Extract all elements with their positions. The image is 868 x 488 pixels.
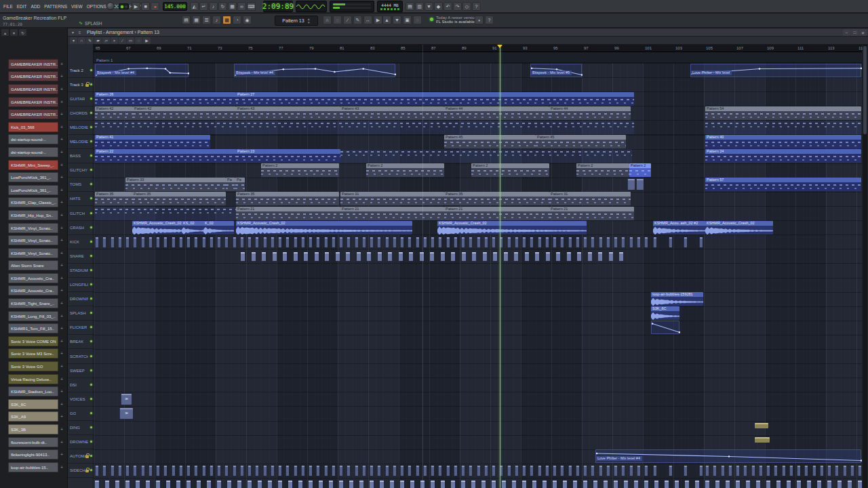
step-cell[interactable] [278, 466, 281, 476]
step-cell[interactable] [461, 237, 465, 247]
pattern-clip[interactable]: Pattern 45 [536, 135, 626, 148]
step-cell[interactable] [133, 466, 136, 476]
step-cell[interactable] [606, 466, 610, 476]
maximize-button[interactable]: □ [851, 29, 859, 36]
stop-button[interactable]: ■ [141, 2, 150, 11]
step-cell[interactable] [545, 237, 549, 247]
step-cell[interactable] [390, 481, 394, 488]
step-cell[interactable] [416, 237, 419, 247]
step-cell[interactable] [240, 466, 243, 476]
add-to-project-icon[interactable]: + [58, 59, 65, 69]
audio-clip[interactable]: S3K_6C [651, 306, 679, 320]
step-cell[interactable] [653, 237, 656, 247]
step-cell[interactable] [339, 237, 342, 247]
step-cell[interactable] [156, 481, 160, 488]
step-cell[interactable] [481, 481, 486, 488]
step-cell[interactable] [774, 466, 777, 476]
track-header-track-3[interactable]: Track 3 [68, 78, 94, 92]
step-cell[interactable] [471, 481, 475, 488]
step-cell[interactable] [309, 481, 313, 488]
browser-item[interactable]: KSHMR_Acoustic_Cra..+ [0, 272, 68, 285]
step-cell[interactable] [304, 252, 308, 261]
step-cell[interactable] [430, 252, 434, 261]
step-cell[interactable] [271, 237, 274, 247]
step-cell[interactable] [294, 466, 297, 476]
pattern-clip[interactable]: Pa [226, 178, 235, 191]
sample-clip[interactable] [755, 423, 768, 428]
step-edit-icon[interactable]: ▦ [228, 2, 237, 11]
audio-clip[interactable]: KSHMR_Acoustic_Crash_02 [437, 221, 587, 235]
track-led[interactable] [90, 112, 92, 114]
step-cell[interactable] [525, 252, 529, 261]
step-cell[interactable] [629, 237, 633, 247]
step-cell[interactable] [472, 252, 476, 261]
step-cell[interactable] [766, 481, 770, 488]
pattern-clip[interactable]: Pattern 24 [705, 149, 861, 163]
step-cell[interactable] [634, 481, 638, 488]
step-cell[interactable] [614, 466, 617, 476]
lock-icon[interactable] [85, 455, 89, 458]
automation-clip[interactable]: Love Philter - Mix level [690, 64, 861, 77]
vertical-scrollbar[interactable] [863, 45, 867, 488]
add-to-project-icon[interactable]: + [58, 386, 65, 396]
track-led[interactable] [90, 298, 92, 300]
step-cell[interactable] [766, 466, 770, 476]
add-to-project-icon[interactable]: + [58, 399, 65, 409]
add-to-project-icon[interactable]: + [58, 122, 65, 132]
step-cell[interactable] [438, 466, 441, 476]
automation-clip[interactable] [651, 321, 679, 334]
browser-item[interactable]: KSHMR_Stadium_Loo..+ [0, 385, 68, 398]
step-cell[interactable] [705, 481, 709, 488]
step-cell[interactable] [684, 466, 687, 476]
step-cell[interactable] [268, 481, 272, 488]
automation-clip[interactable]: Bitspeek - Mix level #4 [95, 64, 189, 77]
step-cell[interactable] [115, 481, 119, 488]
add-to-project-icon[interactable]: + [58, 424, 65, 434]
step-cell[interactable] [377, 237, 380, 247]
add-to-project-icon[interactable]: + [58, 449, 65, 460]
step-cell[interactable] [820, 466, 823, 476]
step-cell[interactable] [644, 237, 648, 247]
playlist-menu-icon[interactable]: ▾ [70, 29, 76, 35]
browser-item[interactable]: GAMEBREAKER INSTR..+ [0, 96, 68, 108]
step-cell[interactable] [850, 466, 854, 476]
add-to-project-icon[interactable]: + [58, 84, 65, 94]
step-cell[interactable] [573, 481, 577, 488]
step-cell[interactable] [118, 466, 121, 476]
step-cell[interactable] [746, 481, 750, 488]
automation-clip[interactable]: Bitspeek - Mix level #4 [234, 64, 395, 77]
add-to-project-icon[interactable]: + [58, 109, 65, 119]
step-cell[interactable] [141, 237, 144, 247]
step-cell[interactable] [400, 466, 403, 476]
piano-roll-toggle-icon[interactable]: ♪ [212, 16, 221, 24]
new-project-icon[interactable]: ▤ [406, 2, 414, 11]
step-cell[interactable] [285, 237, 289, 247]
add-to-project-icon[interactable]: + [58, 260, 65, 270]
track-led[interactable] [90, 212, 92, 214]
pencil-tool-icon[interactable]: ✎ [86, 37, 94, 44]
step-cell[interactable] [194, 466, 197, 476]
pattern-clip[interactable]: Pattern 23 [236, 149, 340, 163]
step-cell[interactable] [400, 237, 403, 247]
step-cell[interactable] [378, 252, 382, 261]
minimize-button[interactable]: – [843, 29, 850, 36]
step-cell[interactable] [125, 481, 130, 488]
select-tool-icon[interactable]: ▭ [127, 37, 134, 44]
track-header-drowned[interactable]: DROWNED [68, 435, 94, 449]
step-cell[interactable] [141, 466, 144, 476]
track-led[interactable] [90, 340, 92, 342]
step-cell[interactable] [252, 252, 256, 261]
step-cell[interactable] [102, 466, 106, 476]
step-cell[interactable] [186, 466, 190, 476]
add-to-project-icon[interactable]: + [58, 185, 65, 195]
menu-options[interactable]: OPTIONS [85, 4, 108, 9]
step-cell[interactable] [255, 237, 258, 247]
track-header-glitchy-shit[interactable]: GLITCHY SHIT [68, 163, 94, 178]
browser-item[interactable]: flourescent-bulb-dt..+ [0, 436, 68, 449]
step-cell[interactable] [118, 237, 121, 247]
step-cell[interactable] [567, 252, 571, 261]
notification-bell-icon[interactable]: ◗ [475, 16, 484, 24]
step-cell[interactable] [441, 252, 445, 261]
step-cell[interactable] [685, 481, 689, 488]
pattern-clip[interactable]: Pattern 2 [629, 163, 651, 177]
